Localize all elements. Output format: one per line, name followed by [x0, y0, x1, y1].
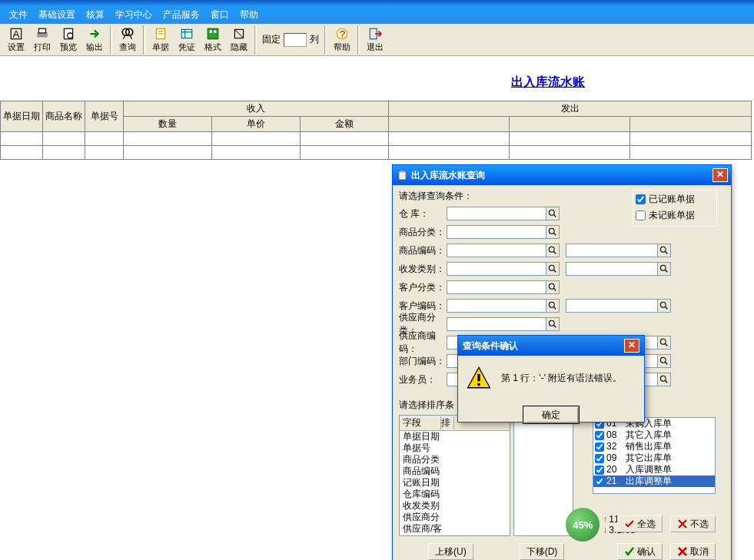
- menu-product[interactable]: 产品服务: [160, 7, 203, 23]
- lookup-dept-2[interactable]: [657, 354, 671, 368]
- svg-point-44: [660, 339, 666, 344]
- move-down-button[interactable]: 下移(D): [520, 543, 565, 560]
- ok-button[interactable]: 确认: [617, 543, 663, 560]
- svg-rect-54: [477, 374, 480, 381]
- alert-dialog: 查询条件确认 ✕ 第 1 行：'-' 附近有语法错误。 确定: [457, 335, 645, 422]
- field-row-suppcat: 供应商分类：: [399, 316, 725, 332]
- input-code-1[interactable]: [447, 244, 546, 257]
- alert-close[interactable]: ✕: [624, 339, 639, 353]
- menu-window[interactable]: 窗口: [208, 7, 232, 23]
- alert-titlebar[interactable]: 查询条件确认 ✕: [458, 336, 644, 356]
- sort-field-0[interactable]: 单据日期: [400, 431, 510, 442]
- input-rstype-1[interactable]: [447, 262, 546, 276]
- sort-fields-list[interactable]: 字段排 单据日期单据号商品分类商品编码记账日期仓库编码收发类别供应商分供应商/客…: [399, 415, 510, 536]
- tb-exit[interactable]: 退出: [362, 25, 388, 55]
- page-title[interactable]: 出入库流水账: [511, 75, 585, 91]
- lookup-code-1[interactable]: [546, 244, 560, 257]
- chk-unposted[interactable]: 未记账单据: [635, 208, 715, 223]
- query-dialog-close[interactable]: ✕: [712, 168, 728, 182]
- svg-line-29: [665, 251, 667, 253]
- input-custcode-2[interactable]: [566, 299, 658, 313]
- document-icon: [154, 27, 168, 41]
- lookup-custcat-1[interactable]: [546, 280, 560, 294]
- select-none-button[interactable]: 不选: [670, 515, 716, 532]
- input-suppcat-1[interactable]: [447, 317, 546, 331]
- sort-field-7[interactable]: 供应商分: [400, 512, 510, 523]
- alert-title: 查询条件确认: [463, 340, 518, 353]
- lookup-clerk-2[interactable]: [657, 373, 671, 386]
- tb-document[interactable]: 单据: [148, 25, 174, 55]
- doc-type-21[interactable]: 21出库调整单: [593, 476, 715, 487]
- sort-order-list[interactable]: [513, 415, 573, 536]
- tb-voucher[interactable]: 凭证: [174, 25, 200, 55]
- svg-line-49: [665, 362, 667, 364]
- sort-field-9[interactable]: 客户分类: [400, 535, 510, 536]
- sort-field-8[interactable]: 供应商/客: [400, 523, 510, 535]
- lookup-rstype-1[interactable]: [546, 262, 560, 276]
- label-dept: 部门编码：: [399, 355, 447, 368]
- svg-text:?: ?: [340, 28, 346, 39]
- menu-account[interactable]: 核算: [83, 7, 108, 23]
- input-warehouse-1[interactable]: [447, 207, 546, 220]
- move-up-button[interactable]: 上移(U): [428, 543, 473, 560]
- sort-field-2[interactable]: 商品分类: [400, 454, 510, 466]
- input-category-1[interactable]: [447, 225, 546, 239]
- menu-basic[interactable]: 基础设置: [35, 7, 78, 23]
- hide-icon: [232, 27, 246, 41]
- lookup-code-2[interactable]: [657, 244, 671, 257]
- tb-preview[interactable]: 预览: [55, 25, 81, 55]
- svg-point-52: [660, 376, 666, 381]
- svg-point-28: [660, 247, 666, 252]
- input-custcat-1[interactable]: [447, 280, 546, 294]
- doc-type-09[interactable]: 09其它出库单: [593, 452, 715, 464]
- lookup-warehouse-1[interactable]: [546, 207, 560, 220]
- tb-format[interactable]: 格式: [200, 25, 226, 55]
- select-all-button[interactable]: 全选: [617, 515, 663, 532]
- alert-ok-button[interactable]: 确定: [523, 406, 579, 423]
- chk-posted[interactable]: 已记账单据: [635, 192, 715, 207]
- menubar: 文件 基础设置 核算 学习中心 产品服务 窗口 帮助: [0, 5, 754, 24]
- doc-type-08[interactable]: 08其它入库单: [593, 429, 715, 441]
- query-dialog-titlebar[interactable]: 📋 出入库流水账查询 ✕: [393, 165, 731, 185]
- lookup-custcode-1[interactable]: [546, 299, 560, 313]
- label-clerk: 业务员：: [399, 373, 447, 386]
- lookup-rstype-2[interactable]: [657, 262, 671, 276]
- input-custcode-1[interactable]: [447, 299, 546, 313]
- sort-field-5[interactable]: 仓库编码: [400, 489, 510, 500]
- svg-rect-15: [210, 30, 212, 32]
- svg-line-41: [553, 325, 556, 327]
- field-row-rstype: 收发类别：: [399, 261, 725, 277]
- doc-type-32[interactable]: 32销售出库单: [593, 441, 715, 452]
- svg-point-32: [660, 265, 666, 270]
- check-icon: [624, 546, 635, 557]
- lookup-suppcat-1[interactable]: [546, 317, 560, 331]
- tb-settings[interactable]: A设置: [3, 25, 29, 55]
- svg-point-30: [549, 265, 554, 270]
- menu-learn[interactable]: 学习中心: [112, 7, 155, 23]
- svg-line-53: [665, 380, 667, 383]
- lookup-category-1[interactable]: [546, 225, 560, 239]
- col-in: 收入: [124, 101, 389, 117]
- doc-type-20[interactable]: 20入库调整单: [593, 464, 715, 476]
- label-custcat: 客户分类：: [399, 281, 447, 294]
- tb-search[interactable]: 查询: [115, 25, 141, 55]
- svg-line-18: [234, 29, 243, 38]
- tb-print[interactable]: 打印: [29, 25, 55, 55]
- sort-field-1[interactable]: 单据号: [400, 442, 510, 454]
- doc-type-list[interactable]: 01采购入库单08其它入库单32销售出库单09其它出库单20入库调整单21出库调…: [593, 417, 716, 494]
- menu-help[interactable]: 帮助: [237, 7, 261, 23]
- input-code-2[interactable]: [566, 244, 658, 257]
- tb-hide[interactable]: 隐藏: [226, 25, 252, 55]
- lookup-suppcode-2[interactable]: [657, 336, 671, 350]
- sort-field-6[interactable]: 收发类别: [400, 500, 510, 512]
- menu-file[interactable]: 文件: [6, 7, 31, 23]
- tb-help[interactable]: ?帮助: [329, 25, 355, 55]
- sort-field-3[interactable]: 商品编码: [400, 466, 510, 477]
- input-rstype-2[interactable]: [566, 262, 658, 276]
- sort-field-4[interactable]: 记账日期: [400, 477, 510, 489]
- lookup-custcode-2[interactable]: [657, 299, 671, 313]
- cancel-button[interactable]: 取消: [670, 543, 716, 560]
- fixed-input[interactable]: [284, 33, 307, 47]
- speed-percent: 45%: [566, 508, 600, 542]
- tb-export[interactable]: 输出: [81, 25, 108, 55]
